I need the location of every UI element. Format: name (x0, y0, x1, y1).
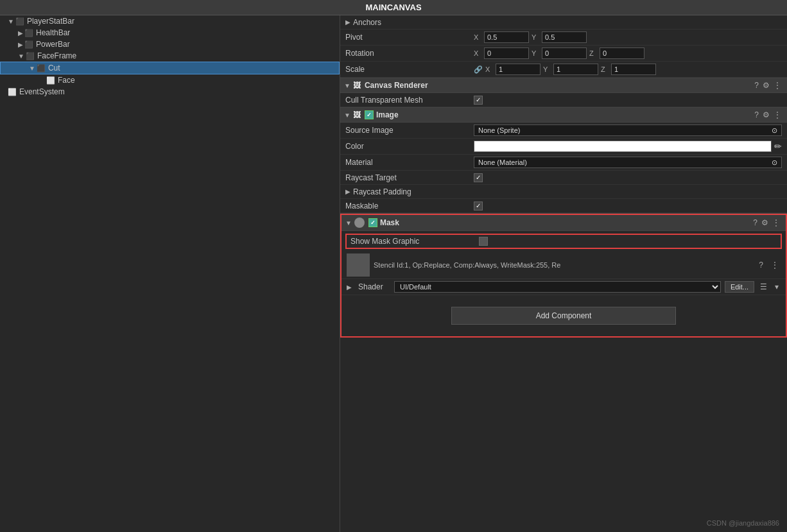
top-bar: MAINCANVAS (0, 0, 787, 15)
cull-transparent-checkbox[interactable] (474, 96, 483, 105)
scale-z-input[interactable] (611, 64, 656, 75)
rotation-value: X Y Z (474, 47, 782, 59)
rotation-z-label: Z (589, 49, 597, 57)
shader-dropdown[interactable]: UI/Default (394, 281, 721, 293)
show-mask-graphic-checkbox[interactable] (479, 237, 488, 246)
arrow-powerbar: ▶ (18, 41, 23, 48)
pivot-x-input[interactable] (484, 31, 529, 43)
source-image-target-icon: ⊙ (772, 126, 777, 135)
image-help-btn[interactable]: ? (752, 110, 761, 119)
material-value: None (Material) ⊙ (474, 157, 782, 168)
raycast-target-label: Raycast Target (345, 173, 474, 182)
cube-icon-face: ⬜ (46, 76, 55, 85)
hierarchy-item-powerbar[interactable]: ▶ ⬛ PowerBar (0, 39, 340, 50)
raycast-padding-row: ▶ Raycast Padding (340, 185, 787, 199)
canvas-renderer-more-btn[interactable]: ⋮ (772, 81, 783, 90)
canvas-renderer-help-btn[interactable]: ? (752, 81, 761, 90)
color-row: Color ✏ (340, 139, 787, 155)
material-row: Material None (Material) ⊙ (340, 155, 787, 171)
show-mask-graphic-highlight: Show Mask Graphic (345, 234, 782, 249)
scale-x-input[interactable] (496, 64, 541, 75)
color-picker-icon[interactable]: ✏ (774, 141, 782, 151)
image-enable-checkbox[interactable] (365, 110, 374, 119)
rotation-x-input[interactable] (484, 47, 529, 59)
mask-header: ▼ Mask ? ⚙ ⋮ (342, 215, 786, 231)
raycast-padding-collapse-icon: ▶ (345, 188, 350, 195)
rotation-label: Rotation (345, 49, 474, 58)
source-image-field[interactable]: None (Sprite) ⊙ (474, 124, 782, 136)
scale-label: Scale (345, 65, 474, 74)
material-text: None (Material) (478, 159, 527, 166)
mask-section-wrapper: ▼ Mask ? ⚙ ⋮ Show Mask Graphic Stencil I… (340, 214, 787, 338)
mask-arrow: ▼ (345, 219, 352, 227)
raycast-target-value (474, 173, 782, 182)
hierarchy-item-faceframe[interactable]: ▼ ⬛ FaceFrame (0, 50, 340, 62)
rotation-z-input[interactable] (600, 47, 644, 59)
scale-y-label: Y (543, 65, 551, 73)
arrow-cut: ▼ (29, 65, 35, 72)
raycast-target-checkbox[interactable] (474, 173, 483, 182)
mask-title: Mask (380, 218, 399, 227)
source-image-value: None (Sprite) ⊙ (474, 124, 782, 136)
arrow-playerstatbar: ▼ (8, 18, 14, 25)
cube-icon-powerbar: ⬛ (24, 40, 33, 49)
cube-icon-cut: ⬛ (37, 64, 46, 73)
cube-icon-healthbar: ⬛ (24, 29, 33, 37)
maskable-row: Maskable (340, 199, 787, 213)
shader-collapse-icon: ▶ (347, 284, 352, 291)
arrow-healthbar: ▶ (18, 30, 23, 37)
pivot-label: Pivot (345, 33, 474, 42)
label-eventsystem: EventSystem (19, 87, 65, 96)
shader-edit-btn[interactable]: Edit... (725, 281, 754, 293)
cube-icon-eventsystem: ⬜ (8, 88, 17, 96)
pivot-value: X Y (474, 31, 782, 43)
mask-settings-btn[interactable]: ⚙ (759, 218, 770, 227)
mask-help-btn[interactable]: ? (751, 218, 759, 227)
material-target-icon: ⊙ (772, 159, 777, 167)
rotation-y-input[interactable] (542, 47, 587, 59)
rotation-xyz: X Y Z (474, 47, 644, 59)
hierarchy-item-healthbar[interactable]: ▶ ⬛ HealthBar (0, 27, 340, 39)
pivot-xy: X Y (474, 31, 587, 43)
label-powerbar: PowerBar (36, 40, 70, 49)
arrow-faceframe: ▼ (18, 53, 24, 60)
maskable-checkbox[interactable] (474, 202, 483, 210)
mask-more-btn[interactable]: ⋮ (770, 218, 782, 227)
raycast-padding-label: Raycast Padding (353, 187, 481, 196)
hierarchy-item-eventsystem[interactable]: ⬜ EventSystem (0, 86, 340, 98)
image-more-btn[interactable]: ⋮ (772, 110, 783, 119)
scale-row: Scale 🔗 X Y Z (340, 62, 787, 78)
label-playerstatbar: PlayerStatBar (27, 17, 74, 26)
maskable-label: Maskable (345, 202, 474, 210)
scale-value: 🔗 X Y Z (474, 64, 782, 75)
hierarchy-item-cut[interactable]: ▼ ⬛ Cut (0, 62, 340, 74)
shader-down-btn[interactable]: ▾ (773, 282, 781, 291)
hierarchy-item-face[interactable]: ⬜ Face (0, 74, 340, 86)
source-image-label: Source Image (345, 126, 474, 135)
canvas-renderer-title: Canvas Renderer (365, 81, 428, 90)
link-icon: 🔗 (474, 65, 483, 74)
cull-transparent-row: Cull Transparent Mesh (340, 93, 787, 107)
label-cut: Cut (48, 64, 60, 73)
label-healthbar: HealthBar (36, 28, 70, 37)
stencil-help-btn[interactable]: ? (757, 261, 765, 270)
canvas-renderer-settings-btn[interactable]: ⚙ (761, 81, 772, 90)
image-settings-btn[interactable]: ⚙ (761, 110, 772, 119)
hierarchy-item-playerstatbar[interactable]: ▼ ⬛ PlayerStatBar (0, 15, 340, 27)
mask-enable-checkbox[interactable] (368, 218, 377, 227)
color-field[interactable] (474, 141, 772, 152)
source-image-row: Source Image None (Sprite) ⊙ (340, 123, 787, 139)
scale-y-input[interactable] (553, 64, 598, 75)
material-field[interactable]: None (Material) ⊙ (474, 157, 782, 168)
shader-list-btn[interactable]: ☰ (758, 282, 769, 291)
stencil-more-btn[interactable]: ⋮ (769, 261, 781, 270)
image-header: ▼ 🖼 Image ? ⚙ ⋮ (340, 108, 787, 123)
stencil-text: Stencil Id:1, Op:Replace, Comp:Always, W… (374, 261, 753, 269)
stencil-thumbnail (347, 253, 370, 277)
canvas-renderer-arrow: ▼ (344, 82, 350, 89)
rotation-y-label: Y (532, 49, 539, 57)
add-component-button[interactable]: Add Component (451, 307, 676, 325)
image-icon: 🖼 (353, 110, 361, 119)
pivot-y-input[interactable] (542, 31, 587, 43)
add-component-area: Add Component (342, 295, 786, 336)
